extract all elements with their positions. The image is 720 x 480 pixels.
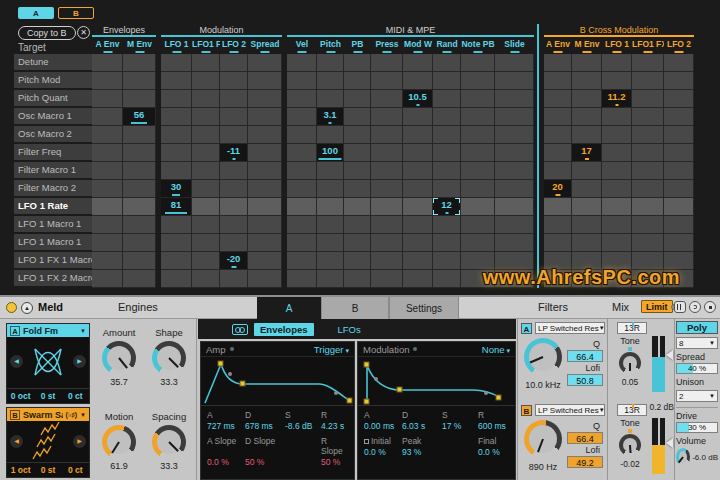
- matrix-cell[interactable]: [632, 216, 664, 234]
- amp-d-slope[interactable]: 50 %: [245, 457, 285, 467]
- engine-b-tuning[interactable]: 1 oct0 st0 ct: [7, 462, 89, 477]
- matrix-cell[interactable]: [287, 216, 317, 234]
- amp-envelope-graph[interactable]: [201, 356, 354, 406]
- matrix-row-label[interactable]: LFO 1 Macro 1: [14, 216, 92, 232]
- matrix-column-header[interactable]: PB: [344, 37, 371, 54]
- matrix-cell[interactable]: [433, 144, 461, 162]
- matrix-cell[interactable]: [371, 234, 403, 252]
- matrix-cell[interactable]: [433, 252, 461, 270]
- matrix-cell[interactable]: [344, 180, 371, 198]
- matrix-cell[interactable]: [192, 198, 220, 216]
- matrix-cell[interactable]: [220, 234, 248, 252]
- matrix-row-label[interactable]: Filter Freq: [14, 144, 92, 160]
- mod-env-target-dropdown[interactable]: None: [482, 344, 510, 355]
- matrix-cell[interactable]: [123, 162, 156, 180]
- matrix-cell[interactable]: [161, 108, 192, 126]
- matrix-cell[interactable]: [220, 216, 248, 234]
- matrix-cell[interactable]: [248, 198, 282, 216]
- matrix-cell[interactable]: [664, 108, 694, 126]
- matrix-cell[interactable]: [602, 144, 632, 162]
- matrix-cell-value[interactable]: -20: [220, 252, 248, 270]
- mod-decay[interactable]: 6.03 s: [402, 421, 442, 431]
- matrix-cell[interactable]: [632, 90, 664, 108]
- matrix-cell[interactable]: [192, 252, 220, 270]
- matrix-cell-value[interactable]: 10.5: [403, 90, 433, 108]
- matrix-cell-value[interactable]: 100: [317, 144, 344, 162]
- mod-envelope-graph[interactable]: [358, 356, 515, 406]
- matrix-column-header[interactable]: Rand: [433, 37, 461, 54]
- matrix-row-label[interactable]: Pitch Quant: [14, 90, 92, 106]
- matrix-cell[interactable]: [572, 108, 602, 126]
- matrix-cell[interactable]: [371, 90, 403, 108]
- matrix-cell[interactable]: [461, 144, 495, 162]
- matrix-cell[interactable]: [544, 162, 572, 180]
- matrix-cell[interactable]: [632, 54, 664, 72]
- matrix-cell[interactable]: [287, 198, 317, 216]
- matrix-cell[interactable]: [371, 180, 403, 198]
- matrix-cell[interactable]: [403, 162, 433, 180]
- matrix-cell[interactable]: [433, 126, 461, 144]
- matrix-cell[interactable]: [92, 270, 123, 288]
- matrix-cell[interactable]: [344, 216, 371, 234]
- matrix-cell[interactable]: [192, 126, 220, 144]
- matrix-cell[interactable]: [495, 126, 534, 144]
- matrix-cell[interactable]: [317, 162, 344, 180]
- matrix-cell[interactable]: [92, 126, 123, 144]
- matrix-cell[interactable]: [123, 54, 156, 72]
- matrix-cell[interactable]: [632, 126, 664, 144]
- matrix-cell[interactable]: [371, 198, 403, 216]
- mod-final[interactable]: 0.0 %: [478, 447, 509, 457]
- matrix-cell[interactable]: [433, 54, 461, 72]
- matrix-cell[interactable]: [92, 216, 123, 234]
- matrix-cell[interactable]: [371, 108, 403, 126]
- matrix-cell[interactable]: [123, 144, 156, 162]
- matrix-cell[interactable]: [344, 234, 371, 252]
- matrix-cell[interactable]: [92, 162, 123, 180]
- matrix-cell[interactable]: [161, 162, 192, 180]
- matrix-cell[interactable]: [632, 234, 664, 252]
- matrix-cell[interactable]: [544, 126, 572, 144]
- matrix-cell[interactable]: [248, 108, 282, 126]
- matrix-cell[interactable]: [192, 216, 220, 234]
- matrix-cell[interactable]: [92, 72, 123, 90]
- matrix-cell[interactable]: [287, 162, 317, 180]
- matrix-cell[interactable]: [371, 144, 403, 162]
- matrix-cell-value[interactable]: 30: [161, 180, 192, 198]
- matrix-cell[interactable]: [344, 144, 371, 162]
- matrix-cell[interactable]: [403, 108, 433, 126]
- matrix-tab-b[interactable]: B: [58, 7, 94, 19]
- matrix-cell[interactable]: [461, 216, 495, 234]
- matrix-cell[interactable]: [220, 72, 248, 90]
- matrix-cell[interactable]: [602, 234, 632, 252]
- tone-b-knob[interactable]: [619, 434, 641, 456]
- matrix-cell[interactable]: [572, 90, 602, 108]
- matrix-cell[interactable]: [344, 252, 371, 270]
- matrix-cell[interactable]: [403, 270, 433, 288]
- link-envelopes-icon[interactable]: [232, 324, 248, 335]
- matrix-cell[interactable]: [664, 216, 694, 234]
- matrix-cell[interactable]: [317, 126, 344, 144]
- matrix-cell[interactable]: [317, 270, 344, 288]
- matrix-cell[interactable]: [192, 72, 220, 90]
- matrix-cell[interactable]: [403, 54, 433, 72]
- matrix-cell[interactable]: [317, 234, 344, 252]
- matrix-cell[interactable]: [287, 180, 317, 198]
- tab-settings[interactable]: Settings: [389, 297, 459, 319]
- matrix-cell[interactable]: [461, 234, 495, 252]
- matrix-cell[interactable]: [192, 234, 220, 252]
- matrix-cell[interactable]: [371, 252, 403, 270]
- matrix-cell[interactable]: [248, 216, 282, 234]
- matrix-cell[interactable]: [192, 90, 220, 108]
- matrix-cell[interactable]: [161, 90, 192, 108]
- filter-a-type-dropdown[interactable]: LP Switched Res: [535, 322, 605, 334]
- matrix-cell[interactable]: [403, 180, 433, 198]
- matrix-cell[interactable]: [572, 162, 602, 180]
- matrix-cell[interactable]: [220, 90, 248, 108]
- engine-b-selector[interactable]: B Swarm Saw (♭♯): [7, 408, 89, 421]
- matrix-cell[interactable]: [220, 108, 248, 126]
- matrix-cell-value[interactable]: 12: [433, 198, 461, 216]
- pan-b-value[interactable]: 13R: [617, 404, 647, 416]
- matrix-cell[interactable]: [664, 144, 694, 162]
- matrix-cell[interactable]: [123, 126, 156, 144]
- matrix-cell[interactable]: [287, 54, 317, 72]
